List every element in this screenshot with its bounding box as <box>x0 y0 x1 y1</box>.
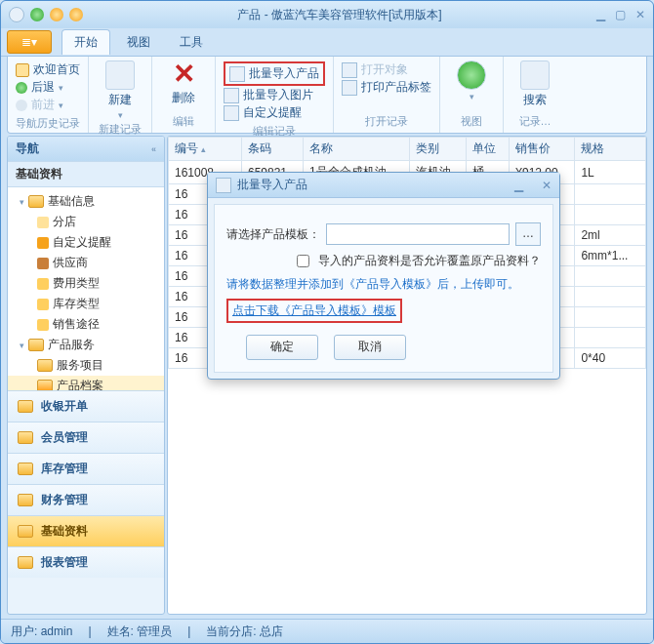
nav-stock[interactable]: 库存管理 <box>8 453 164 484</box>
tree-branch[interactable]: 分店 <box>8 212 164 232</box>
col-unit[interactable]: 单位 <box>467 138 510 161</box>
main-grid-area: 编号 ▴ 条码 名称 类别 单位 销售价 规格 161008...6598311… <box>167 136 647 615</box>
minimize-icon[interactable]: ▁ <box>596 8 605 21</box>
new-icon <box>105 60 135 90</box>
tree-service-item[interactable]: 服务项目 <box>8 355 164 376</box>
col-spec[interactable]: 规格 <box>575 138 646 161</box>
refresh-icon[interactable] <box>30 8 44 21</box>
col-price[interactable]: 销售价 <box>510 138 575 161</box>
tree-fee-type[interactable]: 费用类型 <box>8 273 164 294</box>
tab-view[interactable]: 视图 <box>114 29 163 55</box>
search-button[interactable]: 搜索 <box>511 60 558 108</box>
sidebar: 导航« 基础资料 ▾基础信息 分店 自定义提醒 供应商 费用类型 库存类型 销售… <box>7 136 165 615</box>
menu-icon: ≣▾ <box>21 35 37 49</box>
folder-icon <box>28 195 44 208</box>
cell-spec <box>575 184 646 205</box>
view-button[interactable]: ▾ <box>448 60 495 101</box>
tree-sales-channel[interactable]: 销售途径 <box>8 314 164 335</box>
collapse-icon[interactable]: « <box>151 144 156 154</box>
nav-base[interactable]: 基础资料 <box>8 515 164 546</box>
hint-text: 请将数据整理并添加到《产品导入模板》后，上传即可。 <box>226 276 519 293</box>
download-template-link[interactable]: 点击下载《产品导入模板》模板 <box>232 302 396 319</box>
browse-button[interactable]: … <box>515 222 541 246</box>
folder-icon <box>18 556 33 569</box>
tree-product-archive[interactable]: 产品档案 <box>8 376 164 390</box>
import-products-button[interactable]: 批量导入产品 <box>224 61 325 86</box>
tab-tool[interactable]: 工具 <box>167 29 216 55</box>
dialog-close-icon[interactable]: ✕ <box>542 179 552 192</box>
dialog-minimize-icon[interactable]: ▁ <box>514 179 523 192</box>
folder-open-icon <box>37 380 53 390</box>
sidebar-section: 基础资料 <box>8 161 164 187</box>
back-button[interactable]: 后退 ▾ <box>16 79 80 96</box>
nav-cashier[interactable]: 收银开单 <box>8 390 164 422</box>
welcome-home[interactable]: 欢迎首页 <box>16 61 80 78</box>
print-label-button[interactable]: 打印产品标签 <box>342 79 431 96</box>
cell-spec: 6mm*1... <box>575 246 646 266</box>
bell-icon <box>37 237 49 249</box>
close-icon[interactable]: ✕ <box>635 8 645 21</box>
refresh-view-icon <box>457 60 486 90</box>
open-icon <box>342 62 357 78</box>
tree-stock-type[interactable]: 库存类型 <box>8 294 164 314</box>
nav-finance[interactable]: 财务管理 <box>8 484 164 515</box>
grid-icon <box>216 178 231 193</box>
select-template-label: 请选择产品模板： <box>226 226 320 243</box>
tag-icon <box>37 278 49 290</box>
cell-spec: 0*40 <box>575 348 646 369</box>
folder-icon <box>18 494 33 506</box>
folder-icon <box>18 525 33 538</box>
nav-member[interactable]: 会员管理 <box>8 422 164 453</box>
template-path-input[interactable] <box>326 223 510 245</box>
cell-spec <box>575 328 646 348</box>
group-nav: 欢迎首页 后退 ▾ 前进 ▾ 导航历史记录 <box>8 57 89 133</box>
custom-remind-button[interactable]: 自定义提醒 <box>224 104 325 121</box>
sys-menu-icon[interactable] <box>9 7 24 22</box>
tab-start[interactable]: 开始 <box>61 29 110 55</box>
window-title: 产品 - 傲蓝汽车美容管理软件[试用版本] <box>83 7 596 23</box>
tree-base-info[interactable]: ▾基础信息 <box>8 191 164 212</box>
tree-supplier[interactable]: 供应商 <box>8 253 164 273</box>
folder-icon <box>28 339 44 351</box>
status-user: admin <box>41 624 73 638</box>
col-code[interactable]: 编号 ▴ <box>169 138 242 161</box>
sidebar-header: 导航« <box>8 137 164 161</box>
ok-button[interactable]: 确定 <box>246 335 318 360</box>
group-new: 新建▾ 新建记录 <box>89 57 152 133</box>
cancel-button[interactable]: 取消 <box>334 335 406 360</box>
delete-button[interactable]: ✕删除 <box>160 60 207 106</box>
col-name[interactable]: 名称 <box>304 138 410 161</box>
folder-icon <box>37 359 53 372</box>
ribbon-tabs: ≣▾ 开始 视图 工具 <box>1 28 653 57</box>
group-view: ▾ 视图 <box>440 57 504 133</box>
col-category[interactable]: 类别 <box>410 138 467 161</box>
bell-icon <box>224 105 239 121</box>
forward-icon <box>16 100 27 111</box>
tag-icon <box>37 299 49 310</box>
tree-product-service[interactable]: ▾产品服务 <box>8 335 164 355</box>
dialog-title: 批量导入产品 <box>237 177 307 193</box>
app-menu-button[interactable]: ≣▾ <box>7 30 52 54</box>
group-record: 搜索 记录… <box>504 57 566 133</box>
ribbon: 欢迎首页 后退 ▾ 前进 ▾ 导航历史记录 新建▾ 新建记录 ✕删除 编辑 批量… <box>7 57 647 134</box>
status-name: 管理员 <box>137 624 172 638</box>
tree-custom-remind[interactable]: 自定义提醒 <box>8 232 164 253</box>
new-button[interactable]: 新建▾ <box>97 60 143 120</box>
col-barcode[interactable]: 条码 <box>241 138 303 161</box>
grid-icon <box>229 66 245 82</box>
import-products-dialog: 批量导入产品 ▁ ✕ 请选择产品模板： … 导入的产品资料是否允许覆盖原产品资料… <box>207 172 560 380</box>
down-icon[interactable] <box>69 8 83 21</box>
cell-spec <box>575 307 646 328</box>
import-images-button[interactable]: 批量导入图片 <box>224 87 325 103</box>
group-edit: ✕删除 编辑 <box>152 57 216 133</box>
cell-spec <box>575 266 646 287</box>
up-icon[interactable] <box>50 8 63 21</box>
maximize-icon[interactable]: ▢ <box>615 8 626 21</box>
nav-stack: 收银开单 会员管理 库存管理 财务管理 基础资料 报表管理 <box>8 390 164 578</box>
back-icon <box>16 82 27 94</box>
nav-report[interactable]: 报表管理 <box>8 546 164 578</box>
nav-tree: ▾基础信息 分店 自定义提醒 供应商 费用类型 库存类型 销售途径 ▾产品服务 … <box>8 187 164 390</box>
statusbar: 用户: admin | 姓名: 管理员 | 当前分店: 总店 <box>1 619 653 643</box>
house-icon <box>37 217 49 228</box>
overwrite-checkbox[interactable] <box>297 255 309 267</box>
